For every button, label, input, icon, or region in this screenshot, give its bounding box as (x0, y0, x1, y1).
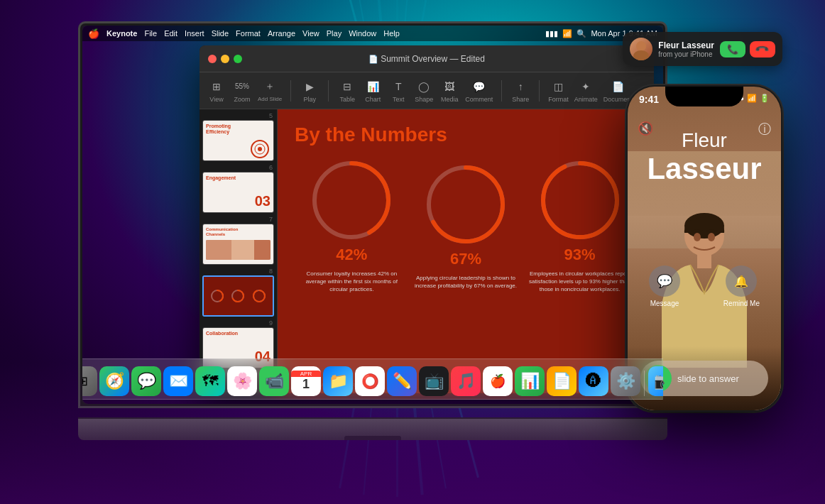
slide-thumb-7[interactable]: 7 CommunicationChannels (202, 216, 274, 265)
mac-menu-insert[interactable]: Insert (185, 29, 204, 38)
toolbar-comment[interactable]: 💬 Comment (465, 79, 493, 103)
dock-icon-appletv[interactable]: 📺 (419, 366, 449, 396)
add-slide-icon: ＋ (260, 79, 280, 94)
circle-93-desc: Employees in circular workplaces report … (525, 270, 635, 294)
view-icon: ⊞ (207, 79, 226, 94)
circle-67-desc: Applying circular leadership is shown to… (411, 274, 520, 290)
toolbar-view[interactable]: ⊞ View (207, 79, 226, 103)
dock-icon-numbers[interactable]: 📊 (515, 366, 545, 396)
dock-icon-files[interactable]: 📁 (323, 366, 353, 396)
mac-menu-play[interactable]: Play (327, 29, 342, 38)
phone-notification: Fleur Lasseur from your iPhone 📞 📞 (623, 32, 782, 66)
keynote-toolbar: ⊞ View 55% Zoom ＋ Add Slide (200, 72, 654, 109)
document-icon: 📄 (608, 79, 628, 94)
dock-icon-settings[interactable]: ⚙️ (611, 366, 640, 396)
mac-apple-logo: 🍎 (88, 28, 99, 39)
mac-menu-file[interactable]: File (144, 29, 157, 38)
circle-42: 42% Consumer loyalty increases 42% on av… (297, 158, 406, 294)
animate-icon: ✦ (576, 79, 596, 94)
dock-icon-applecorp[interactable]: 🍎 (483, 366, 513, 396)
minimize-button[interactable] (221, 55, 229, 63)
message-label: Message (650, 300, 679, 307)
dock-icon-safari[interactable]: 🧭 (99, 366, 129, 396)
mac-menu-keynote[interactable]: Keynote (106, 29, 137, 38)
slide-numbers[interactable] (202, 275, 274, 317)
toolbar-table[interactable]: ⊟ Table (337, 79, 357, 103)
slide-communication[interactable]: CommunicationChannels (202, 224, 274, 265)
dock-icon-music[interactable]: 🎵 (451, 366, 481, 396)
slide-thumb-6[interactable]: 6 Engagement 03 (202, 164, 274, 213)
iphone-call-actions: 💬 Message 🔔 Remind Me (628, 265, 781, 307)
message-action[interactable]: 💬 Message (649, 265, 680, 307)
share-icon: ↑ (510, 79, 530, 94)
slide-promoting[interactable]: PromotingEfficiency (202, 120, 274, 161)
svg-point-8 (253, 290, 265, 302)
dock-icon-pages[interactable]: 📄 (547, 366, 577, 396)
slide-engagement[interactable]: Engagement 03 (202, 172, 274, 213)
mac-menubar: 🍎 Keynote File Edit Insert Slide Format … (82, 26, 663, 41)
notif-accept-button[interactable]: 📞 (720, 41, 745, 57)
dock-icon-maps[interactable]: 🗺 (195, 366, 225, 396)
mac-menu-view[interactable]: View (302, 29, 319, 38)
mac-menu-window[interactable]: Window (349, 29, 376, 38)
phone-decline-icon: 📞 (755, 41, 770, 57)
iphone-notch (665, 87, 743, 106)
dock-icon-messages[interactable]: 💬 (131, 366, 161, 396)
mac-menu-arrange[interactable]: Arrange (268, 29, 295, 38)
toolbar-play[interactable]: ▶ Play (300, 79, 319, 103)
mac-menu-help[interactable]: Help (383, 29, 400, 38)
dock-icon-appstore[interactable]: 🅐 (579, 366, 608, 396)
notif-sub-text: from your iPhone (658, 50, 714, 58)
slide-panel[interactable]: 5 PromotingEfficiency (200, 109, 278, 393)
toolbar-shape[interactable]: ◯ Shape (414, 79, 434, 103)
notif-buttons: 📞 📞 (720, 41, 775, 57)
shape-icon: ◯ (414, 79, 434, 94)
circle-67: 67% Applying circular leadership is show… (411, 162, 520, 290)
mac-menu-slide[interactable]: Slide (212, 29, 229, 38)
laptop-screen: 🍎 Keynote File Edit Insert Slide Format … (78, 21, 667, 408)
toolbar-format[interactable]: ◫ Format (548, 79, 569, 103)
dock-icon-reminders[interactable]: ⭕ (355, 366, 385, 396)
caller-last-name: Lasseur (628, 152, 781, 186)
dock-icon-screenshot[interactable]: 📷 (648, 366, 663, 396)
desktop: 🍎 Keynote File Edit Insert Slide Format … (0, 0, 825, 504)
slide-thumb-8[interactable]: 8 (202, 268, 274, 317)
mac-menu-edit[interactable]: Edit (164, 29, 177, 38)
notif-decline-button[interactable]: 📞 (750, 41, 775, 57)
circle-93: 93% Employees in circular workplaces rep… (525, 158, 635, 294)
close-button[interactable] (208, 55, 217, 63)
iphone-wifi-icon: 📶 (747, 94, 757, 103)
keynote-title: 📄 Summit Overview — Edited (368, 54, 485, 64)
toolbar-zoom[interactable]: 55% Zoom (232, 79, 252, 103)
dock-icon-freeform[interactable]: ✏️ (387, 366, 417, 396)
caller-first-name: Fleur (628, 129, 781, 152)
dock-icon-calendar[interactable]: APR 1 (291, 366, 321, 396)
maximize-button[interactable] (234, 55, 242, 63)
toolbar-add-slide[interactable]: ＋ Add Slide (258, 79, 282, 102)
table-icon: ⊟ (337, 79, 357, 94)
slide-thumb-5[interactable]: 5 PromotingEfficiency (202, 112, 274, 161)
dock-icon-mail[interactable]: ✉️ (163, 366, 193, 396)
dock-icon-facetime[interactable]: 📹 (259, 366, 289, 396)
svg-point-14 (543, 163, 617, 237)
svg-point-15 (636, 41, 646, 51)
message-icon: 💬 (649, 265, 680, 297)
media-icon: 🖼 (439, 79, 459, 94)
toolbar-chart[interactable]: 📊 Chart (363, 79, 383, 103)
remind-action[interactable]: 🔔 Remind Me (723, 265, 760, 307)
iphone-caller-name: Fleur Lasseur (628, 129, 781, 186)
traffic-lights (208, 55, 242, 63)
toolbar-text[interactable]: T Text (388, 79, 408, 103)
dock-icon-launchpad[interactable]: ⊞ (82, 366, 97, 396)
toolbar-share[interactable]: ↑ Share (510, 79, 530, 103)
notif-caller-name: Fleur Lasseur (658, 40, 714, 50)
toolbar-media[interactable]: 🖼 Media (439, 79, 459, 103)
play-icon: ▶ (300, 79, 319, 94)
keynote-window: 📄 Summit Overview — Edited ⊞ View 55% (200, 45, 654, 393)
slide-heading: By the Numbers (295, 124, 637, 146)
mac-battery-icon: ▮▮▮ (545, 29, 558, 38)
mac-search-icon[interactable]: 🔍 (577, 29, 586, 38)
mac-menu-format[interactable]: Format (236, 29, 261, 38)
dock-icon-photos[interactable]: 🌸 (227, 366, 257, 396)
toolbar-animate[interactable]: ✦ Animate (574, 79, 598, 103)
